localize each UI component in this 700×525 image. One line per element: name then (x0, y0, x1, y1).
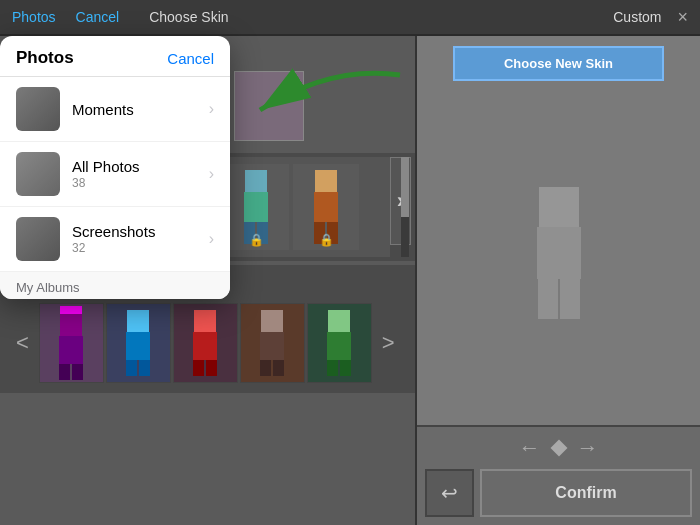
ghost-body (537, 227, 581, 279)
villain-4[interactable] (240, 303, 305, 383)
tab-cancel[interactable]: Cancel (76, 9, 120, 25)
confirm-button[interactable]: Confirm (480, 469, 692, 517)
screenshots-chevron: › (209, 230, 214, 248)
ghost-legs (538, 279, 580, 319)
all-photos-title: All Photos (72, 158, 209, 175)
ios-overlay: Photos Cancel Moments › All Photos 38 › (0, 36, 230, 299)
title-bar: Photos Cancel Choose Skin Custom × (0, 0, 700, 36)
villains-nav-left[interactable]: < (8, 326, 37, 360)
skin-ghost-character (537, 187, 581, 319)
nav-arrow-right[interactable]: → (577, 435, 599, 461)
lock-icon-5: 🔒 (319, 233, 334, 247)
ios-all-photos-item[interactable]: All Photos 38 › (0, 142, 230, 207)
all-photos-count: 38 (72, 176, 209, 190)
lock-icon-4: 🔒 (249, 233, 264, 247)
back-arrow-icon: ↩ (441, 481, 458, 505)
screenshots-text: Screenshots 32 (72, 223, 209, 255)
recent-thumb-4[interactable] (234, 71, 304, 141)
ios-moments-item[interactable]: Moments › (0, 77, 230, 142)
screenshots-title: Screenshots (72, 223, 209, 240)
nav-diamond[interactable] (550, 440, 567, 457)
scroll-track (401, 157, 409, 257)
villains-nav-right[interactable]: > (374, 326, 403, 360)
all-photos-chevron: › (209, 165, 214, 183)
tab-photos[interactable]: Photos (12, 9, 56, 25)
right-label: Custom (613, 9, 661, 25)
mc-container: Photos Cancel Choose Skin Custom × Recen… (0, 0, 700, 525)
right-bottom: ← → ↩ Confirm (417, 425, 700, 525)
villain-2[interactable] (106, 303, 171, 383)
ios-title: Photos (16, 48, 74, 68)
ghost-head (539, 187, 579, 227)
moments-chevron: › (209, 100, 214, 118)
tab-chooseskin: Choose Skin (149, 9, 228, 25)
screenshots-count: 32 (72, 241, 209, 255)
villain-5[interactable] (307, 303, 372, 383)
moments-text: Moments (72, 101, 209, 118)
right-top: Choose New Skin (417, 36, 700, 425)
villain-1[interactable] (39, 303, 104, 383)
right-panel: Choose New Skin ← (415, 36, 700, 525)
moments-title: Moments (72, 101, 209, 118)
skin-preview (427, 91, 690, 415)
ios-header: Photos Cancel (0, 36, 230, 77)
all-photos-text: All Photos 38 (72, 158, 209, 190)
choose-new-skin-button[interactable]: Choose New Skin (453, 46, 663, 81)
moments-thumb (16, 87, 60, 131)
skin-item-5[interactable]: 🔒 (292, 163, 360, 251)
my-albums-header: My Albums (0, 272, 230, 299)
screenshots-thumb (16, 217, 60, 261)
all-photos-thumb (16, 152, 60, 196)
close-button[interactable]: × (677, 8, 688, 26)
ios-cancel-button[interactable]: Cancel (167, 50, 214, 67)
back-button[interactable]: ↩ (425, 469, 474, 517)
ghost-leg-right (560, 279, 580, 319)
villain-3[interactable] (173, 303, 238, 383)
nav-arrow-left[interactable]: ← (519, 435, 541, 461)
title-tabs: Photos Cancel Choose Skin (12, 9, 229, 25)
skin-item-4[interactable]: 🔒 (222, 163, 290, 251)
villains-row: < (0, 293, 415, 393)
ghost-leg-left (538, 279, 558, 319)
action-row: ↩ Confirm (425, 469, 692, 517)
ios-screenshots-item[interactable]: Screenshots 32 › (0, 207, 230, 272)
scroll-thumb[interactable] (401, 157, 409, 217)
nav-arrows-row: ← → (425, 435, 692, 461)
